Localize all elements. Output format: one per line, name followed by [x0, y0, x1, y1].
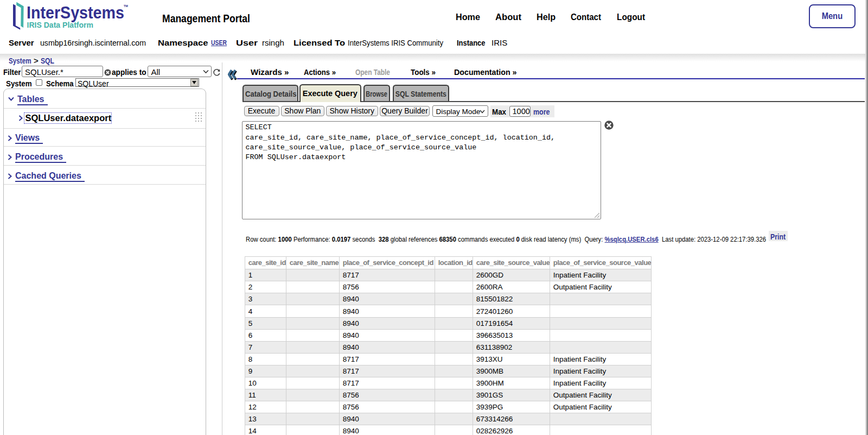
svg-text:IRIS Data Platform: IRIS Data Platform [27, 21, 94, 29]
svg-text:TM: TM [124, 4, 128, 8]
svg-text:InterSystems: InterSystems [27, 3, 124, 22]
